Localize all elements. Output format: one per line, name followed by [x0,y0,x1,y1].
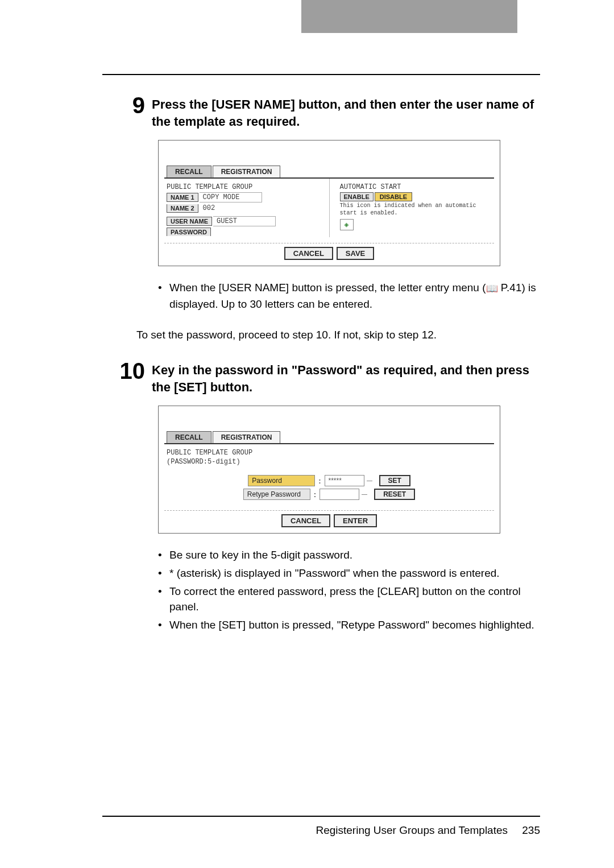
note-user-name: When the [USER NAME] button is pressed, … [169,280,540,312]
step-10-text: Key in the password in "Password" as req… [152,359,540,395]
name1-value: COPY MODE [200,192,262,202]
note-clear: To correct the entered password, press t… [169,584,540,615]
password-value[interactable]: ***** [325,475,364,486]
set-button[interactable]: SET [379,475,410,486]
rule-bottom [102,816,540,817]
rule-top [102,74,540,75]
step-10-notes: • Be sure to key in the 5-digit password… [158,547,540,633]
auto-start-icon: ◈ [340,219,354,230]
colon-icon: : [317,477,322,485]
step-9-text: Press the [USER NAME] button, and then e… [152,94,540,130]
step-9: 9 Press the [USER NAME] button, and then… [114,94,540,130]
enable-button[interactable]: ENABLE [340,192,374,201]
password-label: Password [248,475,315,486]
auto-start-hint-2: start is enabled. [340,210,492,216]
tab-registration-2[interactable]: REGISTRATION [213,431,281,443]
bullet-icon: • [158,584,169,615]
cancel-button-2[interactable]: CANCEL [281,514,330,527]
password-button[interactable]: PASSWORD [167,228,211,236]
enter-button[interactable]: ENTER [334,514,377,527]
retype-password-value[interactable] [320,489,359,500]
save-button[interactable]: SAVE [337,247,374,260]
tab-strip: RECALL REGISTRATION [159,166,500,177]
dialog-footer-2: CANCEL ENTER [164,510,494,533]
dialog-footer: CANCEL SAVE [164,243,494,266]
note-user-name-part1: When the [USER NAME] button is pressed, … [169,282,486,294]
name2-value: 002 [200,204,262,213]
screenshot-registration-password: RECALL REGISTRATION PUBLIC TEMPLATE GROU… [158,406,500,534]
name2-button[interactable]: NAME 2 [167,204,198,213]
tab-recall[interactable]: RECALL [167,166,211,177]
footer-title: Registering User Groups and Templates [316,824,508,836]
user-name-button[interactable]: USER NAME [167,217,212,226]
retype-password-label: Retype Password [243,489,310,500]
colon-icon-2: : [313,490,317,499]
tab-recall-2[interactable]: RECALL [167,431,211,443]
reset-button[interactable]: RESET [374,489,415,500]
disable-button[interactable]: DISABLE [375,192,412,201]
bullet-icon: • [158,565,169,581]
screenshot-registration-username: RECALL REGISTRATION PUBLIC TEMPLATE GROU… [158,140,500,266]
page-footer: Registering User Groups and Templates 23… [316,824,540,837]
page-content: 9 Press the [USER NAME] button, and then… [114,94,540,647]
cancel-button[interactable]: CANCEL [284,247,333,260]
note-asterisk: * (asterisk) is displayed in "Password" … [169,565,540,581]
bullet-icon: • [158,547,169,563]
group-label-2b: (PASSWORD:5-digit) [167,458,492,466]
bullet-icon: • [158,617,169,633]
book-icon: 📖 [486,282,498,296]
auto-start-hint-1: This icon is indicated when an automatic [340,202,492,209]
group-label: PUBLIC TEMPLATE GROUP [167,183,319,191]
note-5-digit: Be sure to key in the 5-digit password. [169,547,540,563]
step-10: 10 Key in the password in "Password" as … [114,359,540,395]
note-retype-highlight: When the [SET] button is pressed, "Retyp… [169,617,540,633]
page-header-tab [301,0,517,33]
step-9-followup: To set the password, proceed to step 10.… [136,327,540,343]
step-10-number: 10 [114,359,145,382]
group-label-2: PUBLIC TEMPLATE GROUP [167,449,492,457]
automatic-start-label: AUTOMATIC START [340,183,492,191]
user-name-value: GUEST [213,216,276,226]
footer-page-number: 235 [522,824,540,836]
tab-registration[interactable]: REGISTRATION [213,166,281,177]
name1-button[interactable]: NAME 1 [167,193,198,202]
tab-strip-2: RECALL REGISTRATION [159,431,500,443]
step-9-number: 9 [114,94,145,117]
bullet-icon: • [158,280,169,312]
step-9-notes: • When the [USER NAME] button is pressed… [158,280,540,312]
